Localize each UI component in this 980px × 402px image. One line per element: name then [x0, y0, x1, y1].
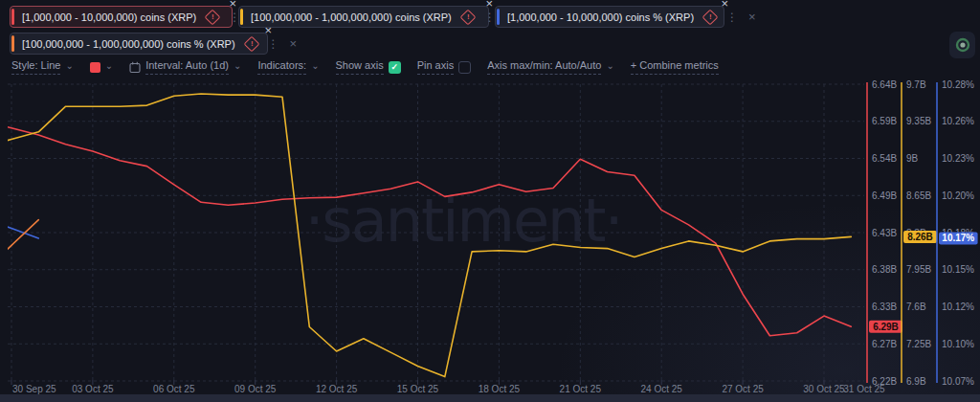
- y-axis-tick-label: 6.43B: [872, 228, 897, 238]
- y-axis-tick-label: 6.27B: [872, 339, 897, 349]
- series-line-4[interactable]: [0, 220, 38, 271]
- remove-metric-icon[interactable]: ×: [485, 0, 493, 10]
- x-axis-date-label: 06 Oct 25: [153, 384, 195, 394]
- pin-axis-toggle[interactable]: Pin axis: [417, 59, 472, 75]
- metric-tab-1m-10m-coins-pct[interactable]: [1,000,000 - 10,000,000) coins % (XRP) !…: [495, 6, 724, 28]
- metric-tab-label: [100,000,000 - 1,000,000,000) coins % (X…: [22, 38, 235, 50]
- y-axis-tick-label: 9.7B: [906, 79, 926, 90]
- chevron-down-icon: ⌄: [105, 61, 113, 71]
- series-line-3[interactable]: [0, 218, 38, 238]
- x-axis-date-label: 30 Oct 25: [803, 384, 845, 394]
- axis-badge-label: 6.29B: [873, 322, 899, 332]
- santiment-chart-app: ·santiment·6.64B6.59B6.54B6.49B6.43B6.38…: [0, 0, 980, 402]
- style-label: Style: Line: [11, 59, 60, 75]
- x-axis-date-label: 09 Oct 25: [234, 384, 277, 394]
- more-options-icon[interactable]: ⋮: [266, 38, 281, 50]
- check-icon: ✓: [390, 63, 398, 72]
- style-selector[interactable]: Style: Line ⌄: [11, 59, 74, 75]
- pin-axis-label: Pin axis: [417, 59, 455, 75]
- x-axis-date-label: 12 Oct 25: [316, 384, 358, 394]
- y-axis-tick-label: 9B: [906, 153, 919, 164]
- chart-toolbar: Style: Line ⌄ ⌄ Interval: Auto (1d) ⌄ In…: [11, 57, 719, 77]
- y-axis-tick-label: 6.38B: [872, 264, 897, 275]
- pin-axis-checkbox[interactable]: [458, 61, 471, 74]
- combine-metrics-label: + Combine metrics: [631, 59, 719, 75]
- y-axis-tick-label: 6.9B: [906, 376, 926, 387]
- x-axis-date-label: 03 Oct 25: [72, 384, 114, 394]
- calendar-icon: [129, 61, 141, 74]
- chart-settings-button[interactable]: [949, 32, 975, 58]
- santiment-watermark: ·santiment·: [305, 186, 622, 256]
- interval-selector[interactable]: Interval: Auto (1d) ⌄: [129, 59, 241, 75]
- y-axis-tick-label: 6.64B: [872, 79, 897, 90]
- chevron-down-icon: ⌄: [65, 61, 73, 71]
- metric-tab-100m-1b-coins[interactable]: [100,000,000 - 1,000,000,000) coins (XRP…: [238, 6, 489, 28]
- warning-icon[interactable]: !: [243, 35, 259, 52]
- y-axis-tick-label: 9.35B: [906, 116, 931, 126]
- color-swatch-selector[interactable]: ⌄: [90, 62, 113, 73]
- timeline-scrollbar[interactable]: [0, 394, 980, 402]
- indicators-label: Indicators:: [257, 59, 306, 75]
- green-ring-icon: [955, 37, 970, 53]
- remove-metric-icon[interactable]: ×: [264, 24, 272, 36]
- remove-metric-icon[interactable]: ×: [721, 0, 728, 10]
- chevron-down-icon: ⌄: [311, 61, 319, 71]
- x-axis-date-label: 30 Sep 25: [12, 384, 56, 394]
- x-axis-date-label: 15 Oct 25: [397, 384, 439, 394]
- series-color-swatch: [90, 62, 100, 73]
- more-options-icon[interactable]: ⋮: [724, 11, 740, 23]
- metric-color-bar: [497, 9, 500, 25]
- axis-maxmin-label: Axis max/min: Auto/Auto: [487, 59, 601, 75]
- show-axis-toggle[interactable]: Show axis ✓: [336, 59, 401, 75]
- chevron-down-icon: ⌄: [234, 61, 241, 71]
- y-axis-tick-label: 10.15%: [942, 264, 974, 275]
- axis-badge-label: 10.17%: [942, 233, 974, 243]
- close-icon[interactable]: ×: [746, 11, 758, 23]
- x-axis-date-label: 18 Oct 25: [479, 384, 521, 394]
- y-axis-tick-label: 10.23%: [942, 153, 974, 164]
- metric-tab-label: [100,000,000 - 1,000,000,000) coins (XRP…: [251, 11, 452, 23]
- y-axis-tick-label: 10.20%: [942, 190, 974, 201]
- y-axis-tick-label: 7.25B: [906, 339, 931, 349]
- chevron-down-icon: ⌄: [606, 61, 613, 71]
- warning-icon[interactable]: !: [459, 9, 476, 25]
- metric-color-bar: [11, 35, 14, 52]
- axis-badge-label: 8.26B: [907, 232, 933, 242]
- metric-tab-100m-1b-coins-pct[interactable]: [100,000,000 - 1,000,000,000) coins % (X…: [10, 33, 268, 55]
- y-axis-tick-label: 6.33B: [872, 302, 897, 312]
- show-axis-checkbox[interactable]: ✓: [389, 61, 401, 74]
- metric-tab-1m-10m-coins[interactable]: [1,000,000 - 10,000,000) coins (XRP) ! ⋮…: [10, 6, 233, 28]
- y-axis-tick-label: 6.49B: [872, 190, 897, 201]
- combine-metrics-button[interactable]: + Combine metrics: [631, 59, 719, 75]
- warning-icon[interactable]: !: [205, 9, 221, 25]
- y-axis-tick-label: 6.54B: [872, 153, 897, 164]
- y-axis-tick-label: 8.65B: [906, 190, 931, 201]
- x-axis-date-label: 21 Oct 25: [560, 384, 602, 394]
- x-axis-date-label: 31 Oct 25: [843, 384, 885, 394]
- x-axis-date-label: 27 Oct 25: [722, 384, 764, 394]
- interval-label: Interval: Auto (1d): [145, 59, 229, 75]
- close-icon[interactable]: ×: [288, 37, 300, 50]
- y-axis-tick-label: 6.59B: [872, 116, 897, 126]
- warning-icon[interactable]: !: [702, 9, 719, 25]
- metric-tab-label: [1,000,000 - 10,000,000) coins % (XRP): [507, 11, 694, 23]
- show-axis-label: Show axis: [336, 59, 384, 75]
- y-axis-tick-label: 10.07%: [942, 376, 974, 387]
- y-axis-tick-label: 10.12%: [942, 302, 974, 312]
- metric-tab-label: [1,000,000 - 10,000,000) coins (XRP): [22, 11, 196, 23]
- y-axis-tick-label: 7.6B: [906, 302, 926, 312]
- remove-metric-icon[interactable]: ×: [229, 0, 236, 10]
- metric-color-bar: [11, 9, 14, 25]
- y-axis-tick-label: 10.26%: [942, 116, 974, 126]
- metric-color-bar: [240, 9, 243, 25]
- x-axis-date-label: 24 Oct 25: [641, 384, 683, 394]
- y-axis-tick-label: 7.95B: [906, 264, 931, 275]
- indicators-selector[interactable]: Indicators: ⌄: [257, 59, 319, 75]
- y-axis-tick-label: 10.28%: [942, 79, 974, 90]
- y-axis-tick-label: 10.10%: [942, 339, 974, 349]
- axis-maxmin-selector[interactable]: Axis max/min: Auto/Auto ⌄: [487, 59, 614, 75]
